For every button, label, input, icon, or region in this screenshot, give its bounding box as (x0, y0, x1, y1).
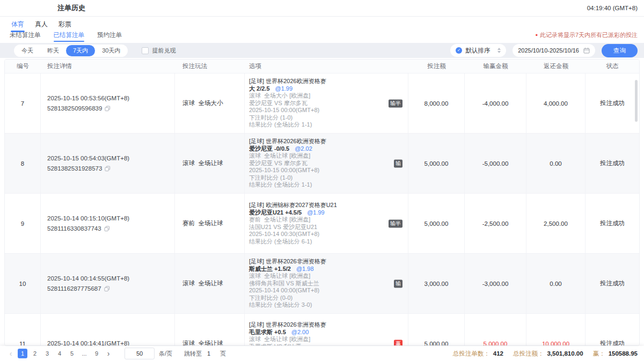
vertical-scrollbar[interactable] (635, 80, 638, 122)
page-ellipsis[interactable]: ... (79, 349, 89, 358)
total-win-label: 赢： (593, 350, 605, 358)
bet-status: 投注成功 (586, 73, 639, 133)
stake-amount: 5,000.00 (408, 194, 465, 253)
winloss-amount: -2,500.00 (465, 194, 526, 253)
result-badge: 输 (394, 279, 402, 288)
tab-unsettled[interactable]: 未结算注单 (9, 31, 42, 43)
copy-icon[interactable] (104, 226, 110, 232)
play-type: 滚球 全场大小 (175, 73, 245, 133)
tab-settled[interactable]: 已结算注单 (53, 31, 86, 43)
total-win-value: 150588.95 (609, 350, 638, 357)
total-count-value: 412 (493, 350, 503, 357)
table-header-row: 编号 投注详情 投注玩法 选项 投注额 输赢金额 返还金额 状态 (5, 60, 639, 73)
option-detail-line: 2025-10-15 00:00(GMT+8) (249, 107, 385, 114)
option-cell: [足球] 世界杯2026非洲资格赛 斯威士兰 +1.5/2@1.98 滚球 全场… (245, 254, 408, 313)
bet-time: 2025-10-14 00:14:55(GMT+8) (47, 274, 174, 284)
league-name: [足球] 世界杯2026非洲资格赛 (249, 258, 385, 266)
date-range-picker[interactable]: 2025/10/10-2025/10/16 (513, 44, 595, 57)
jump-page-input[interactable] (202, 348, 216, 359)
bet-status: 投注成功 (586, 254, 639, 313)
total-stake-label: 总投注额： (513, 350, 544, 358)
bet-detail-cell: 2025-10-15 00:53:56(GMT+8) 5281382509596… (41, 73, 175, 133)
range-7days-button[interactable]: 7天内 (66, 45, 95, 56)
page-size-input[interactable] (125, 348, 155, 359)
bet-time: 2025-10-15 00:53:56(GMT+8) (47, 93, 174, 104)
option-detail-line: 结果比分 (全场比分 1-1) (249, 181, 385, 189)
page-button[interactable]: 2 (30, 349, 40, 358)
return-amount: 0.00 (526, 254, 586, 313)
copy-icon[interactable] (105, 166, 111, 172)
table-row: 9 2025-10-14 00:15:10(GMT+8) 52811163308… (5, 194, 639, 254)
option-detail-line: 2025-10-14 00:30(GMT+8) (249, 231, 385, 238)
col-header-detail: 投注详情 (41, 60, 175, 73)
odds: @1.98 (296, 266, 314, 272)
bet-detail-cell: 2025-10-15 00:54:03(GMT+8) 5281382531928… (41, 134, 175, 193)
table-body: 7 2025-10-15 00:53:56(GMT+8) 52813825095… (5, 73, 639, 346)
footer-bar: ‹ 1 2 3 4 5 ... 9 › 条/页 跳转至 页 总投注单数： 412… (0, 346, 644, 361)
main-tabs: 体育 真人 彩票 (0, 17, 644, 31)
bet-status: 投注成功 (586, 134, 639, 193)
play-type: 滚球 全场让球 (175, 254, 245, 313)
result-badge: 输半 (389, 219, 402, 227)
search-button[interactable]: 查询 (602, 44, 638, 57)
sort-select[interactable]: ✓ 默认排序 (450, 44, 506, 57)
table-row: 7 2025-10-15 00:53:56(GMT+8) 52813825095… (5, 73, 639, 134)
totals-summary: 总投注单数： 412 总投注额： 3,501,810.00 赢： 150588.… (453, 350, 638, 358)
option-detail-line: 下注时比分 (1-0) (249, 174, 385, 182)
range-30days-button[interactable]: 30天内 (95, 45, 127, 56)
checkbox-icon[interactable] (142, 47, 149, 54)
page-button[interactable]: 5 (67, 349, 77, 358)
bet-index: 7 (5, 73, 41, 133)
option-detail-line: 2025-10-14 00:00(GMT+8) (249, 287, 385, 294)
copy-icon[interactable] (104, 286, 110, 292)
bet-index: 9 (5, 194, 41, 253)
pick: 爱沙尼亚U21 +4.5/5 (249, 209, 302, 216)
clock: 04:19:40 (GMT+8) (587, 5, 638, 11)
odds: @1.99 (307, 209, 325, 216)
result-badge: 输 (394, 159, 402, 167)
option-detail-line: 结果比分 (全场比分 1-1) (249, 121, 385, 129)
bet-detail-cell: 2025-10-14 00:15:10(GMT+8) 5281116330837… (41, 194, 175, 253)
result-badge: 赢 (394, 340, 402, 346)
page-unit-label: 页 (220, 350, 226, 358)
note-text: 此记录将显示7天内所有已派彩的投注 (540, 31, 638, 39)
play-type: 赛前 全场让球 (175, 194, 245, 253)
sort-arrows-icon (497, 48, 501, 53)
filter-bar: 今天 昨天 7天内 30天内 提前兑现 ✓ 默认排序 2025/10/10-20… (0, 43, 644, 58)
table-row: 10 2025-10-14 00:14:55(GMT+8) 5281116287… (5, 254, 639, 314)
page-button[interactable]: 4 (55, 349, 64, 358)
filter-right-group: ✓ 默认排序 2025/10/10-2025/10/16 查询 (450, 44, 638, 57)
col-header-return: 返还金额 (526, 60, 586, 73)
sort-selected-value: 默认排序 (465, 47, 490, 55)
stake-amount: 5,000.00 (408, 314, 465, 346)
tab-reserved[interactable]: 预约注单 (96, 31, 123, 43)
range-yesterday-button[interactable]: 昨天 (40, 45, 66, 56)
bet-number: 5281382509596839 (47, 104, 102, 114)
option-cell: [足球] 世界杯2026欧洲资格赛 爱沙尼亚 -0/0.5@2.02 滚球 全场… (245, 134, 408, 193)
option-detail-line: 结果比分 (全场比分 3-0) (249, 301, 385, 309)
pick-line: 斯威士兰 +1.5/2@1.98 (249, 266, 385, 273)
winloss-amount: 5,000.00 (465, 314, 526, 346)
per-page-label: 条/页 (159, 350, 172, 358)
page-button[interactable]: 1 (18, 349, 27, 358)
next-page-icon[interactable]: › (104, 350, 113, 357)
stake-amount: 3,000.00 (408, 254, 465, 313)
pick: 爱沙尼亚 -0/0.5 (249, 145, 289, 152)
table-area: 编号 投注详情 投注玩法 选项 投注额 输赢金额 返还金额 状态 7 2025-… (0, 58, 644, 346)
prev-page-icon[interactable]: ‹ (6, 350, 15, 357)
bet-index: 11 (5, 314, 41, 346)
range-today-button[interactable]: 今天 (14, 45, 40, 56)
return-amount: 4,000.00 (526, 73, 586, 133)
winloss-amount: -4,000.00 (465, 73, 526, 133)
odds: @2.02 (295, 145, 312, 152)
early-settle-checkbox-wrap[interactable]: 提前兑现 (142, 47, 175, 55)
bet-time: 2025-10-14 00:14:41(GMT+8) (47, 338, 174, 346)
copy-icon[interactable] (105, 106, 111, 112)
option-detail-line: 佛得角共和国 VS 斯威士兰 (249, 280, 385, 288)
page-button[interactable]: 3 (42, 349, 52, 358)
page-button[interactable]: 9 (92, 349, 101, 358)
note-bullet-icon: • (536, 32, 538, 39)
option-detail-line: 2025-10-15 00:00(GMT+8) (249, 167, 385, 174)
option-detail-line: 赛前 全场让球 [欧洲盘] (249, 216, 385, 224)
option-detail-line: 滚球 全场让球 [欧洲盘] (249, 272, 385, 280)
